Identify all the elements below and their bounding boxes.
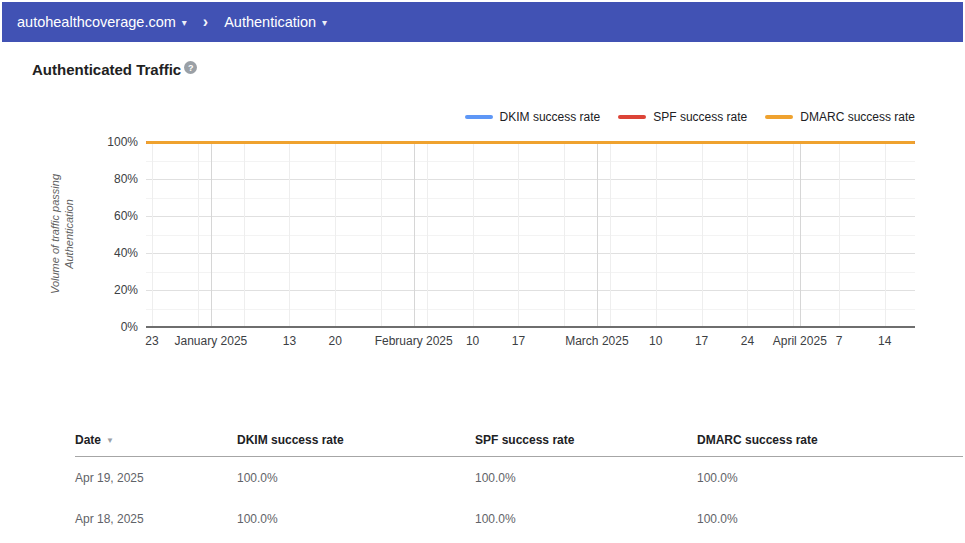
gridline-month <box>800 142 801 327</box>
cell-date: Apr 18, 2025 <box>75 512 237 526</box>
column-header-dmarc[interactable]: DMARC success rate <box>697 433 963 447</box>
x-tick-label: 17 <box>512 334 525 348</box>
data-table: Date▼DKIM success rateSPF success rateDM… <box>75 424 963 539</box>
legend-label: DMARC success rate <box>800 110 915 124</box>
legend-item-dkim[interactable]: DKIM success rate <box>465 110 601 124</box>
gridline-week <box>839 142 840 327</box>
x-tick-label: 17 <box>695 334 708 348</box>
legend-label: SPF success rate <box>653 110 747 124</box>
chevron-down-icon: ▾ <box>182 17 187 28</box>
y-tick-label: 100% <box>58 135 138 149</box>
x-tick-label: 7 <box>836 334 843 348</box>
gridline-week <box>335 142 336 327</box>
column-header-dkim[interactable]: DKIM success rate <box>237 433 475 447</box>
legend-label: DKIM success rate <box>500 110 601 124</box>
table-body: Apr 19, 2025100.0%100.0%100.0%Apr 18, 20… <box>75 457 963 539</box>
y-tick-label: 0% <box>58 320 138 334</box>
x-tick-label: 13 <box>283 334 296 348</box>
gridline-week <box>518 142 519 327</box>
y-axis-title-line2: Authentication <box>62 174 76 294</box>
column-header-label: DMARC success rate <box>697 433 818 447</box>
x-tick-label: January 2025 <box>175 334 248 348</box>
x-tick-label: 10 <box>466 334 479 348</box>
section-selector[interactable]: Authentication ▾ <box>224 14 327 30</box>
legend-swatch-spf <box>618 115 646 119</box>
breadcrumb-separator-icon: › <box>203 13 208 31</box>
gridline-week <box>610 142 611 327</box>
x-tick-label: April 2025 <box>773 334 827 348</box>
legend-item-spf[interactable]: SPF success rate <box>618 110 747 124</box>
page-title-row: Authenticated Traffic ? <box>32 61 197 79</box>
y-tick-label: 80% <box>58 172 138 186</box>
gridline-week <box>381 142 382 327</box>
table-row: Apr 19, 2025100.0%100.0%100.0% <box>75 457 963 498</box>
column-header-label: SPF success rate <box>475 433 574 447</box>
cell-value: 100.0% <box>697 512 963 526</box>
domain-selector-label: autohealthcoverage.com <box>17 14 176 30</box>
x-tick-label: 14 <box>878 334 891 348</box>
x-axis-line <box>146 326 915 328</box>
cell-value: 100.0% <box>237 471 475 485</box>
gridline-month <box>597 142 598 327</box>
cell-value: 100.0% <box>475 471 697 485</box>
gridline-week <box>427 142 428 327</box>
gridline-week <box>473 142 474 327</box>
y-tick-label: 60% <box>58 209 138 223</box>
help-icon[interactable]: ? <box>184 61 197 74</box>
gridline-week <box>152 142 153 327</box>
gridline-week <box>747 142 748 327</box>
gridline-week <box>198 142 199 327</box>
page-title: Authenticated Traffic <box>32 61 181 79</box>
gridline-month <box>414 142 415 327</box>
legend-swatch-dkim <box>465 115 493 119</box>
y-axis-title: Volume of traffic passing Authentication <box>48 174 76 294</box>
cell-value: 100.0% <box>475 512 697 526</box>
chevron-down-icon: ▾ <box>322 17 327 28</box>
y-axis-title-line1: Volume of traffic passing <box>48 174 62 294</box>
x-tick-label: March 2025 <box>565 334 628 348</box>
app-header: autohealthcoverage.com ▾ › Authenticatio… <box>2 2 963 42</box>
cell-value: 100.0% <box>237 512 475 526</box>
chart-plot-area[interactable] <box>146 142 915 327</box>
column-header-spf[interactable]: SPF success rate <box>475 433 697 447</box>
section-selector-label: Authentication <box>224 14 316 30</box>
gridline-month <box>211 142 212 327</box>
gridline-week <box>656 142 657 327</box>
y-tick-label: 40% <box>58 246 138 260</box>
table-header-row: Date▼DKIM success rateSPF success rateDM… <box>75 424 963 457</box>
sort-descending-icon: ▼ <box>106 436 114 445</box>
legend-item-dmarc[interactable]: DMARC success rate <box>765 110 915 124</box>
x-tick-label: 10 <box>649 334 662 348</box>
legend-swatch-dmarc <box>765 115 793 119</box>
series-line-dmarc <box>146 141 915 144</box>
gridline-week <box>564 142 565 327</box>
cell-date: Apr 19, 2025 <box>75 471 237 485</box>
x-tick-label: 24 <box>741 334 754 348</box>
column-header-date[interactable]: Date▼ <box>75 433 237 447</box>
postmaster-dashboard: autohealthcoverage.com ▾ › Authenticatio… <box>0 0 965 543</box>
column-header-label: Date <box>75 433 101 447</box>
cell-value: 100.0% <box>697 471 963 485</box>
column-header-label: DKIM success rate <box>237 433 344 447</box>
x-tick-label: 23 <box>145 334 158 348</box>
gridline-week <box>702 142 703 327</box>
table-row: Apr 18, 2025100.0%100.0%100.0% <box>75 498 963 539</box>
y-tick-label: 20% <box>58 283 138 297</box>
gridline-week <box>793 142 794 327</box>
gridline-week <box>244 142 245 327</box>
x-tick-label: February 2025 <box>375 334 453 348</box>
x-tick-label: 20 <box>329 334 342 348</box>
domain-selector[interactable]: autohealthcoverage.com ▾ <box>17 14 187 30</box>
gridline-week <box>289 142 290 327</box>
gridline-week <box>885 142 886 327</box>
chart-legend: DKIM success rateSPF success rateDMARC s… <box>465 110 915 124</box>
